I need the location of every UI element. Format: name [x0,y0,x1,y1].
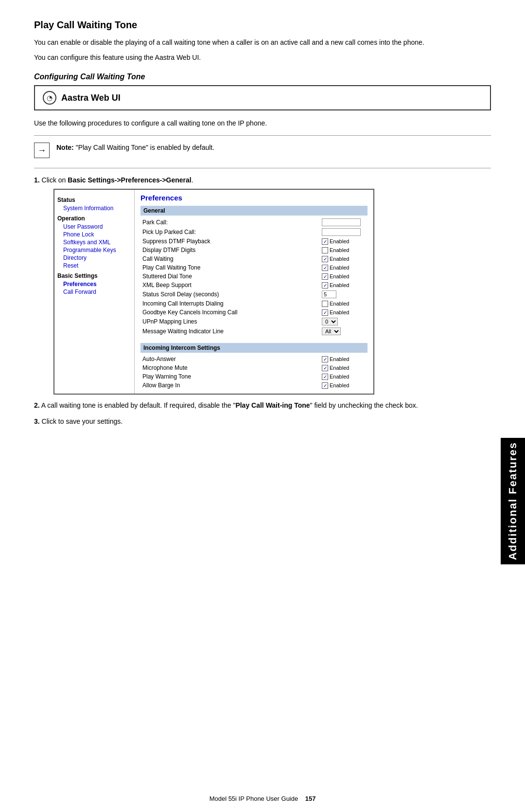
note-content: "Play Call Waiting Tone" is enabled by d… [76,144,214,151]
incoming-call-interrupts-checkbox[interactable] [322,301,328,307]
pref-row-suppress-dtmf: Suppress DTMF Playback ✓ Enabled [140,237,368,246]
pref-label-goodbye-key-cancels: Goodbye Key Cancels Incoming Call [142,309,322,316]
play-call-waiting-tone-label: Enabled [330,265,349,271]
play-warning-tone-label: Enabled [330,374,349,379]
note-prefix: Note: [56,144,74,151]
pickup-parked-input[interactable] [322,228,361,236]
suppress-dtmf-checkbox[interactable]: ✓ [322,238,328,245]
microphone-mute-checkbox[interactable]: ✓ [322,365,328,371]
upnp-mapping-select[interactable]: 0 1 2 [322,318,338,325]
call-waiting-checkbox[interactable]: ✓ [322,256,328,262]
allow-barge-in-label: Enabled [330,382,349,388]
display-dtmf-label: Enabled [330,247,349,253]
pref-row-xml-beep: XML Beep Support ✓ Enabled [140,281,368,289]
configuring-heading: Configuring Call Waiting Tone [34,72,491,81]
suppress-dtmf-label: Enabled [330,238,349,244]
sidebar-item-user-password[interactable]: User Password [57,223,131,231]
pref-label-suppress-dtmf: Suppress DTMF Playback [142,238,322,245]
pref-control-play-call-waiting-tone: ✓ Enabled [322,265,366,271]
pref-control-pickup-parked [322,228,366,236]
step-2-bold: Play Call Wait-ing Tone [235,401,310,409]
pref-control-park-call [322,218,366,226]
body-paragraph-2: You can configure this feature using the… [34,53,491,63]
footer-page-number: 157 [305,795,316,802]
sidebar-item-reset[interactable]: Reset [57,262,131,270]
status-scroll-delay-input[interactable] [322,290,336,298]
pref-row-pickup-parked: Pick Up Parked Call: [140,227,368,237]
step-2-text-1: A call waiting tone is enabled by defaul… [41,401,236,409]
pref-control-status-scroll-delay [322,290,366,298]
display-dtmf-checkbox[interactable] [322,247,328,253]
additional-features-tab: Additional Features [501,438,525,564]
auto-answer-checkbox[interactable]: ✓ [322,356,328,362]
sidebar-item-call-forward[interactable]: Call Forward [57,288,131,296]
pref-control-allow-barge-in: ✓ Enabled [322,382,366,389]
step-1-instruction: 1. Click on Basic Settings->Preferences-… [34,176,491,184]
pref-label-park-call: Park Call: [142,219,322,226]
xml-beep-label: Enabled [330,282,349,288]
pref-label-play-warning-tone: Play Warning Tone [142,373,322,380]
aastra-logo-icon: ◔ [43,91,56,105]
stuttered-dial-tone-checkbox[interactable]: ✓ [322,273,328,280]
note-box: → Note: "Play Call Waiting Tone" is enab… [34,143,491,158]
sidebar-item-directory[interactable]: Directory [57,254,131,262]
park-call-input[interactable] [322,218,361,226]
message-waiting-select[interactable]: All 1 2 [322,327,341,335]
pref-label-allow-barge-in: Allow Barge In [142,382,322,389]
sidebar-item-programmable-keys[interactable]: Programmable Keys [57,246,131,254]
pref-control-upnp-mapping: 0 1 2 [322,318,366,325]
pref-row-play-warning-tone: Play Warning Tone ✓ Enabled [140,372,368,381]
play-warning-tone-checkbox[interactable]: ✓ [322,374,328,380]
web-ui-sidebar: Status System Information Operation User… [54,190,135,394]
goodbye-key-cancels-label: Enabled [330,309,349,315]
incoming-call-interrupts-label: Enabled [330,301,349,307]
pref-control-message-waiting: All 1 2 [322,327,366,335]
play-call-waiting-tone-checkbox[interactable]: ✓ [322,265,328,271]
intercom-section-bar: Incoming Intercom Settings [140,343,368,353]
pref-row-allow-barge-in: Allow Barge In ✓ Enabled [140,381,368,390]
body-paragraph-1: You can enable or disable the playing of… [34,37,491,48]
step-3-number: 3. [34,417,40,425]
sidebar-basic-title: Basic Settings [57,272,131,279]
pref-control-goodbye-key-cancels: ✓ Enabled [322,309,366,316]
step-2-paragraph: 2. A call waiting tone is enabled by def… [34,400,491,411]
auto-answer-label: Enabled [330,356,349,362]
sidebar-item-phone-lock[interactable]: Phone Lock [57,231,131,238]
pref-row-incoming-call-interrupts: Incoming Call Interrupts Dialing Enabled [140,299,368,308]
pref-control-xml-beep: ✓ Enabled [322,282,366,289]
xml-beep-checkbox[interactable]: ✓ [322,282,328,289]
pref-control-auto-answer: ✓ Enabled [322,356,366,362]
sidebar-item-softkeys-xml[interactable]: Softkeys and XML [57,238,131,246]
pref-label-auto-answer: Auto-Answer [142,356,322,362]
pref-control-incoming-call-interrupts: Enabled [322,301,366,307]
pref-label-pickup-parked: Pick Up Parked Call: [142,229,322,235]
pref-row-display-dtmf: Display DTMF Digits Enabled [140,246,368,254]
pref-row-stuttered-dial-tone: Stuttered Dial Tone ✓ Enabled [140,272,368,281]
step-2-text-2: " field by unchecking the check box. [310,401,418,409]
sidebar-item-system-information[interactable]: System Information [57,204,131,212]
pref-control-call-waiting: ✓ Enabled [322,256,366,262]
pref-row-microphone-mute: Microphone Mute ✓ Enabled [140,363,368,372]
pref-control-stuttered-dial-tone: ✓ Enabled [322,273,366,280]
divider-1 [34,135,491,136]
step-1-bold: Basic Settings->Preferences->General [68,176,191,184]
pref-label-display-dtmf: Display DTMF Digits [142,247,322,253]
page-title: Play Call Waiting Tone [34,19,491,31]
sidebar-item-preferences[interactable]: Preferences [57,280,131,288]
aastra-web-ui-label: Aastra Web UI [61,93,121,103]
goodbye-key-cancels-checkbox[interactable]: ✓ [322,309,328,316]
pref-row-upnp-mapping: UPnP Mapping Lines 0 1 2 [140,317,368,326]
microphone-mute-label: Enabled [330,365,349,371]
pref-label-status-scroll-delay: Status Scroll Delay (seconds) [142,291,322,298]
allow-barge-in-checkbox[interactable]: ✓ [322,382,328,389]
pref-row-play-call-waiting-tone: Play Call Waiting Tone ✓ Enabled [140,263,368,272]
pref-label-incoming-call-interrupts: Incoming Call Interrupts Dialing [142,300,322,307]
footer-model-text: Model 55i IP Phone User Guide [210,795,298,802]
pref-row-auto-answer: Auto-Answer ✓ Enabled [140,355,368,363]
additional-features-label: Additional Features [507,442,519,560]
step-1-text: Click on [42,176,68,184]
sidebar-status-title: Status [57,197,131,203]
step-2-number: 2. [34,401,40,409]
step-3-text-1: Click [42,417,56,425]
pref-control-play-warning-tone: ✓ Enabled [322,374,366,380]
